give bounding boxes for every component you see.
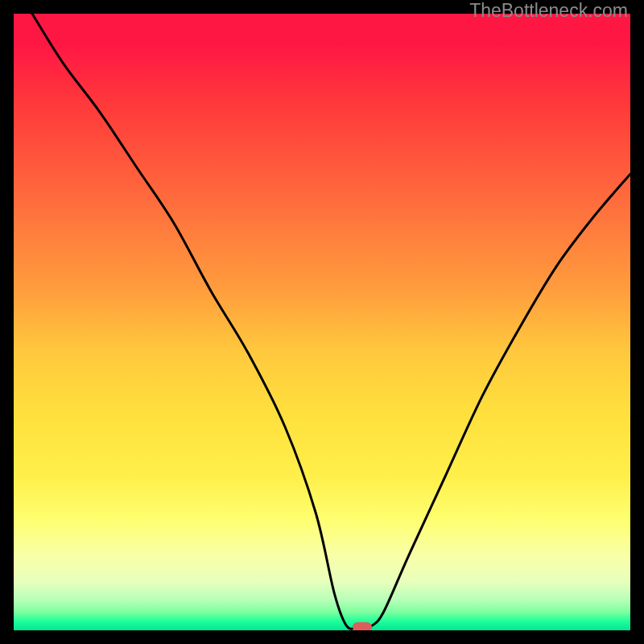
bottleneck-curve bbox=[32, 14, 630, 629]
plot-area bbox=[14, 14, 630, 630]
optimal-marker bbox=[353, 622, 372, 630]
chart-frame: TheBottleneck.com bbox=[0, 0, 644, 644]
curve-layer bbox=[14, 14, 630, 630]
watermark-text: TheBottleneck.com bbox=[469, 0, 628, 22]
